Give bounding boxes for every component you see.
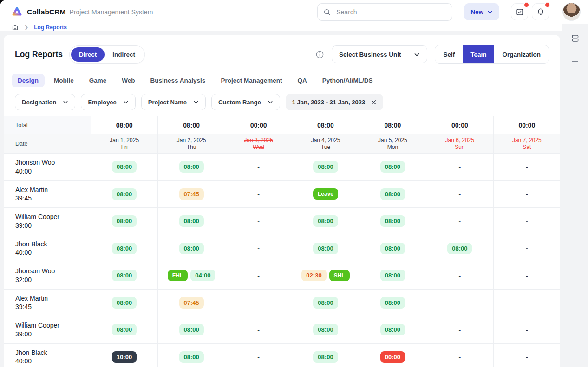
leave-badge[interactable]: Leave	[313, 188, 338, 200]
time-pill[interactable]: 08:00	[380, 215, 405, 227]
new-button[interactable]: New	[464, 3, 499, 20]
time-pill[interactable]: 02:30	[301, 270, 326, 281]
time-pill[interactable]: 07:45	[179, 297, 204, 309]
date-cell: Jan 5, 2025Mon	[359, 134, 426, 154]
time-pill[interactable]: 08:00	[313, 161, 338, 173]
chevron-down-icon	[487, 9, 493, 15]
log-cell: -	[225, 208, 292, 235]
tab-web[interactable]: Web	[116, 74, 141, 87]
time-pill[interactable]: 08:00	[112, 324, 137, 335]
employee-cell: Alex Martin39:45	[4, 181, 91, 208]
empty-value: -	[459, 218, 461, 225]
mode-direct[interactable]: Direct	[71, 47, 105, 62]
filter-custom-range[interactable]: Custom Range	[211, 94, 280, 110]
search-input[interactable]	[335, 8, 446, 16]
employee-cell: Jhonson Woo32:00	[4, 262, 91, 290]
filter-employee[interactable]: Employee	[81, 94, 135, 110]
time-pill[interactable]: 08:00	[112, 161, 137, 173]
scope-team[interactable]: Team	[463, 45, 494, 63]
time-pill[interactable]: 08:00	[112, 297, 137, 309]
date-range-chip[interactable]: 1 Jan, 2023 - 31 Jan, 2023	[286, 94, 384, 110]
business-unit-select[interactable]: Select Business Unit	[332, 45, 428, 63]
time-pill[interactable]: 08:00	[380, 297, 405, 309]
filter-designation[interactable]: Designation	[15, 94, 75, 110]
tab-python-ai-ml-ds[interactable]: Python/AI/ML/DS	[316, 74, 379, 87]
log-cell: -	[493, 262, 560, 290]
empty-value: -	[459, 190, 461, 198]
time-pill[interactable]: 08:00	[313, 215, 338, 227]
time-pill[interactable]: 08:00	[112, 215, 137, 227]
rail-add-button[interactable]	[567, 54, 583, 70]
fhl-badge[interactable]: FHL	[168, 270, 188, 281]
tab-design[interactable]: Design	[12, 74, 45, 87]
task-check-icon	[516, 8, 524, 16]
total-value: 08:00	[183, 122, 200, 129]
time-pill[interactable]: 08:00	[380, 188, 405, 200]
table-row: William Cooper39:0008:0008:00-08:0008:00…	[4, 208, 560, 235]
time-pill[interactable]: 08:00	[179, 161, 204, 173]
log-cell: -	[493, 235, 560, 263]
date-text: Jan 1, 2025	[110, 137, 139, 144]
total-cell: 00:00	[225, 116, 292, 134]
notifications-button[interactable]	[532, 3, 549, 20]
time-pill[interactable]: 08:00	[179, 351, 204, 363]
log-cell: Leave	[292, 181, 359, 208]
time-pill[interactable]: 10:00	[112, 351, 137, 363]
time-pill[interactable]: 08:00	[313, 351, 338, 363]
time-pill[interactable]: 08:00	[112, 243, 137, 254]
log-cell: 08:00	[91, 208, 157, 235]
avatar[interactable]	[562, 3, 581, 21]
employee-cell: William Cooper39:00	[4, 208, 91, 235]
time-pill[interactable]: 00:00	[380, 351, 405, 363]
time-pill[interactable]: 08:00	[112, 188, 137, 200]
time-pill[interactable]: 08:00	[179, 324, 204, 335]
log-cell: -	[225, 181, 292, 208]
info-icon[interactable]	[315, 50, 324, 59]
time-pill[interactable]: 08:00	[179, 215, 204, 227]
time-pill[interactable]: 08:00	[313, 297, 338, 309]
time-pill[interactable]: 08:00	[380, 243, 405, 254]
tab-game[interactable]: Game	[83, 74, 113, 87]
panel-toggle-button[interactable]	[567, 30, 583, 46]
tasks-button[interactable]	[511, 3, 528, 20]
tab-business-analysis[interactable]: Business Analysis	[144, 74, 212, 87]
mode-indirect[interactable]: Indirect	[105, 47, 143, 62]
table-row: Jhon Black40:0010:0008:00-08:0000:00--	[4, 344, 560, 367]
chevron-down-icon	[123, 99, 129, 105]
total-cell: 08:00	[157, 116, 224, 134]
time-pill[interactable]: 07:45	[179, 188, 204, 200]
tab-qa[interactable]: QA	[291, 74, 313, 87]
date-text: Jan 7, 2025	[512, 137, 542, 144]
tab-mobile[interactable]: Mobile	[48, 74, 80, 87]
breadcrumb: ❯ Log Reports	[0, 24, 562, 31]
log-cell: 08:00	[292, 154, 359, 181]
time-pill[interactable]: 08:00	[112, 270, 137, 281]
table-row: Jhon Black40:0008:0008:00-08:0008:0008:0…	[4, 235, 560, 263]
time-pill[interactable]: 08:00	[447, 243, 472, 254]
brand[interactable]: CollabCRM Project Management System	[11, 6, 153, 18]
breadcrumb-current[interactable]: Log Reports	[34, 24, 67, 31]
table-row: Jhonson Woo32:0008:00FHL04:00-02:30SHL08…	[4, 262, 560, 290]
home-icon[interactable]	[12, 24, 19, 31]
time-pill[interactable]: 08:00	[380, 161, 405, 173]
tab-project-management[interactable]: Project Management	[215, 74, 288, 87]
day-text: Sat	[523, 144, 531, 151]
log-cell: 08:00	[292, 316, 359, 344]
time-pill[interactable]: 08:00	[313, 324, 338, 335]
time-with-badge: FHL04:00	[168, 270, 216, 281]
search-box[interactable]	[317, 3, 452, 21]
time-pill[interactable]: 08:00	[380, 270, 405, 281]
business-unit-label: Select Business Unit	[339, 51, 401, 58]
filter-project-name[interactable]: Project Name	[141, 94, 206, 110]
time-pill[interactable]: 08:00	[380, 324, 405, 335]
scope-self[interactable]: Self	[435, 45, 463, 63]
time-pill[interactable]: 08:00	[313, 243, 338, 254]
log-reports-card: Log Reports DirectIndirect Select Busine…	[4, 35, 560, 367]
close-icon[interactable]	[371, 99, 377, 105]
time-pill[interactable]: 04:00	[190, 270, 215, 281]
log-cell: -	[493, 154, 560, 181]
shl-badge[interactable]: SHL	[329, 270, 350, 281]
scope-organization[interactable]: Organization	[494, 45, 549, 63]
log-cell: 08:00	[91, 316, 157, 344]
time-pill[interactable]: 08:00	[179, 243, 204, 254]
